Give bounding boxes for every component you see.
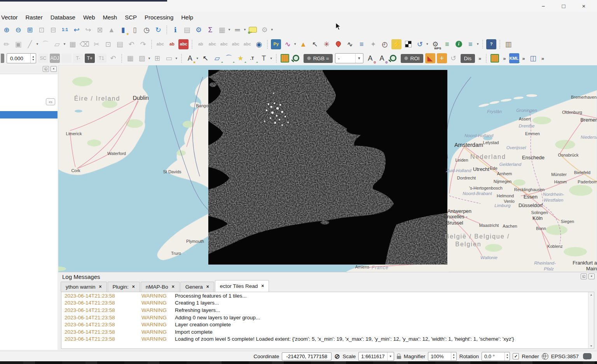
scale-combo[interactable]: 1:6611617▼: [358, 352, 394, 361]
bookmark-manager-icon[interactable]: ▯: [130, 25, 140, 35]
show-hide-labels-icon[interactable]: ab: [196, 39, 206, 49]
scp-zoom-to-roi-icon[interactable]: [389, 53, 399, 63]
save-layer-edits-icon[interactable]: ▣: [13, 39, 23, 49]
menu-database[interactable]: Database: [47, 12, 79, 22]
dem-terrain-tool-icon[interactable]: ▲: [298, 39, 308, 49]
scp-t1-button[interactable]: T1: [96, 54, 106, 63]
zoom-native-resolution-icon[interactable]: 1:1: [60, 25, 70, 35]
layers-stack-green-icon[interactable]: ≡: [442, 39, 452, 49]
scp-band-set-icon[interactable]: [280, 53, 290, 63]
overflow-chevron-2-icon[interactable]: »: [503, 56, 506, 61]
zoom-next-icon[interactable]: ↪: [83, 25, 93, 35]
new-map-view-icon[interactable]: ⊠: [95, 25, 105, 35]
paste-features-icon[interactable]: ▤: [115, 39, 125, 49]
menu-processing[interactable]: Processing: [141, 12, 177, 22]
refresh-map-icon[interactable]: ↻: [153, 25, 163, 35]
move-label-icon[interactable]: abc: [207, 39, 217, 49]
overflow-chevron-1-icon[interactable]: »: [478, 56, 481, 61]
copy-features-icon[interactable]: ⊡: [103, 39, 113, 49]
redo-icon[interactable]: ↷: [138, 39, 148, 49]
processing-options-icon[interactable]: ⚙: [194, 25, 204, 35]
plugin-builder-icon[interactable]: ⚡: [391, 39, 401, 49]
layer-labeling-icon[interactable]: abc: [155, 39, 165, 49]
satellite-tool-icon[interactable]: ✦: [368, 39, 378, 49]
float-log-panel-button[interactable]: ◱: [581, 273, 587, 279]
render-checkbox[interactable]: ✓: [513, 353, 519, 359]
delete-selected-icon[interactable]: ⌫: [79, 39, 90, 49]
scp-undo-icon[interactable]: ↶: [108, 53, 118, 63]
measure-dropdown-icon[interactable]: ▼: [243, 28, 246, 31]
scp-preview-zoom-icon[interactable]: [292, 53, 302, 63]
menu-scp[interactable]: SCP: [121, 12, 141, 22]
zoom-to-selection-icon[interactable]: ⊡: [37, 25, 47, 35]
extent-tool-dropdown-icon[interactable]: ▼: [175, 57, 178, 60]
scp-roi-undo-icon[interactable]: ↺: [449, 53, 459, 63]
scp-rgb-toggle[interactable]: RGB =: [304, 54, 333, 63]
tab-close-icon[interactable]: ×: [99, 284, 102, 289]
tab-close-icon[interactable]: ×: [172, 284, 175, 289]
osm-place-search-icon[interactable]: ◉: [254, 39, 264, 49]
rotate-label-icon[interactable]: abc: [219, 39, 229, 49]
menu-web[interactable]: Web: [79, 12, 99, 22]
temporal-controller-icon[interactable]: ◷: [141, 25, 152, 35]
python-console-icon[interactable]: Py: [271, 39, 281, 49]
change-label-icon[interactable]: abc: [230, 39, 241, 49]
help-contents-icon[interactable]: ?: [486, 39, 496, 49]
cut-features-icon[interactable]: ✂: [91, 39, 101, 49]
log-tab[interactable]: nMAP-Bo×: [141, 282, 180, 292]
map-canvas[interactable]: Éire / IrelandDublinLimerickWaterfordCor…: [58, 65, 597, 272]
zoom-full-extent-icon[interactable]: ⊞: [25, 25, 35, 35]
scp-roi-pointer-alt-icon[interactable]: A⊙: [377, 53, 387, 63]
messages-bubble-icon[interactable]: [583, 353, 592, 359]
scale-lock-icon[interactable]: [397, 356, 401, 359]
select-annotation-icon[interactable]: ↖: [201, 53, 211, 63]
annotation-text-icon[interactable]: A★: [185, 53, 195, 63]
crs-globe-icon[interactable]: [542, 353, 548, 360]
map-tips-icon[interactable]: [248, 25, 258, 35]
map-theme-tool-icon[interactable]: ▨: [137, 53, 147, 63]
extent-tool-icon[interactable]: ▭: [164, 53, 174, 63]
float-panel-button[interactable]: ◱: [43, 66, 49, 72]
digitize-with-segment-dropdown-icon[interactable]: ▼: [36, 42, 39, 46]
scroll-up-icon[interactable]: ▴: [590, 293, 592, 296]
add-line-annotation-icon[interactable]: ⌒+: [224, 53, 234, 63]
scp-t-minus-button[interactable]: T-: [73, 54, 83, 63]
add-record-icon[interactable]: ⌒: [40, 39, 51, 49]
log-tab[interactable]: Genera×: [180, 282, 214, 292]
add-marker-annotation-icon[interactable]: ★+: [236, 53, 246, 63]
scp-distance-spin[interactable]: 0.000▲▼: [7, 53, 36, 63]
topology-checker-icon[interactable]: ✳: [321, 39, 332, 49]
panel-toggle-button[interactable]: ▭: [46, 98, 55, 105]
scp-sc-button[interactable]: SC: [38, 54, 48, 63]
kml-tools-icon[interactable]: KML+: [509, 53, 519, 63]
run-feature-action-icon[interactable]: ▤: [182, 25, 192, 35]
overflow-chevron-4-icon[interactable]: »: [541, 56, 544, 61]
rotation-spinner[interactable]: 0.0 ° ▲▼: [482, 352, 510, 361]
menu-raster[interactable]: Raster: [22, 12, 47, 22]
scp-roi-polygon-icon[interactable]: ◣: [425, 53, 435, 63]
maximize-button[interactable]: □: [553, 0, 574, 12]
close-button[interactable]: ×: [574, 0, 594, 12]
diagram-options-icon[interactable]: abc: [242, 39, 252, 49]
zoom-in-icon[interactable]: ⊕: [2, 25, 12, 35]
magnifier-spinner[interactable]: 100% ▲▼: [428, 352, 456, 361]
extents-toggle-icon[interactable]: ⊘: [334, 352, 340, 361]
statistical-summary-icon[interactable]: Σ: [205, 25, 215, 35]
scroll-down-icon[interactable]: ▾: [590, 344, 592, 348]
scp-roi-pointer-icon[interactable]: A⊙: [365, 53, 375, 63]
layers-stack-blue-icon[interactable]: ≡: [356, 39, 367, 49]
identify-features-icon[interactable]: ℹ: [170, 25, 180, 35]
text-balloon-annotation-dropdown-icon[interactable]: ▼: [270, 57, 273, 60]
undo-icon[interactable]: ↶: [126, 39, 136, 49]
add-polygon-annotation-icon[interactable]: ▱+: [212, 53, 222, 63]
zoom-last-icon[interactable]: ↩: [72, 25, 82, 35]
menu-mesh[interactable]: Mesh: [99, 12, 121, 22]
overflow-chevron-3-icon[interactable]: »: [522, 56, 525, 61]
digitize-with-segment-icon[interactable]: ╱: [25, 39, 35, 49]
layout-grid-tool-icon[interactable]: ▦: [125, 53, 135, 63]
new-3d-map-view-icon[interactable]: ▲: [106, 25, 117, 35]
map-theme-tool-dropdown-icon[interactable]: ▼: [148, 57, 151, 60]
toggle-editing-icon[interactable]: ✏: [2, 39, 12, 49]
zoom-out-icon[interactable]: ⊖: [13, 25, 23, 35]
vertex-tool-dropdown-icon[interactable]: ▼: [63, 42, 66, 46]
